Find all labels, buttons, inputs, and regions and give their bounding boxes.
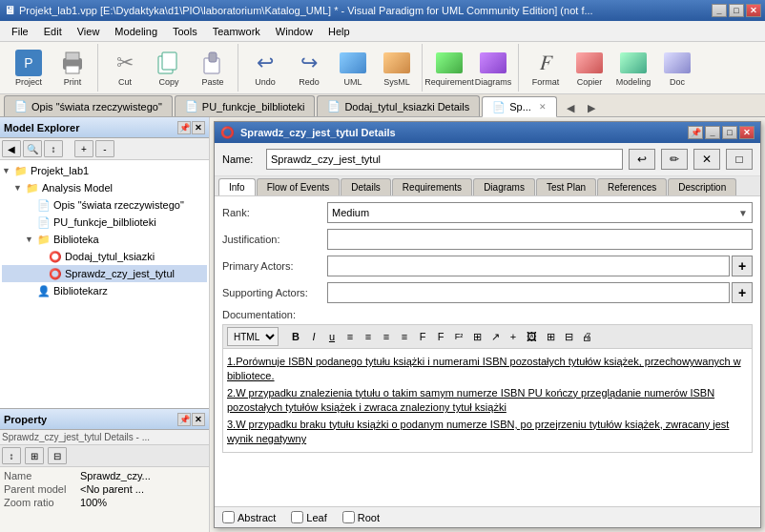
explorer-expand-button[interactable]: +	[74, 140, 93, 157]
doc-editor[interactable]: 1.Porównuje ISBN podanego tytułu książki…	[222, 348, 753, 453]
doc-align-left-button[interactable]: ≡	[342, 330, 358, 343]
explorer-pin-button[interactable]: 📌	[177, 121, 191, 134]
doc-font-button[interactable]: F	[415, 330, 430, 343]
property-pin-button[interactable]: 📌	[177, 413, 191, 426]
menu-help[interactable]: Help	[320, 24, 358, 39]
leaf-checkbox[interactable]	[291, 511, 303, 523]
tree-node-root[interactable]: ▼ 📁 Projekt_lab1	[2, 162, 207, 179]
doc-image-button[interactable]: 🖼	[524, 330, 540, 343]
copier-button[interactable]: Copier	[569, 46, 610, 90]
doc-align-right-button[interactable]: ≡	[379, 330, 394, 343]
name-btn1[interactable]: ↩	[629, 149, 655, 170]
doc-font-size-button[interactable]: F²	[451, 331, 466, 342]
tab-scroll-left[interactable]: ◀	[563, 100, 578, 116]
print-button[interactable]: Print	[52, 46, 93, 90]
doc-align-justify-button[interactable]: ≡	[397, 330, 412, 343]
dtab-info[interactable]: Info	[218, 178, 256, 195]
tree-node-pu[interactable]: 📄 PU_funkcje_bilblioteki	[2, 214, 207, 231]
dtab-diagrams[interactable]: Diagrams	[473, 178, 535, 195]
explorer-search-button[interactable]: 🔍	[23, 140, 42, 157]
requirement-button[interactable]: Requirement	[428, 46, 470, 90]
name-btn3[interactable]: ✕	[693, 149, 720, 170]
tree-node-biblioteka[interactable]: ▼ 📁 Biblioteka	[2, 231, 207, 248]
modeling-button[interactable]: Modeling	[612, 46, 654, 90]
minimize-button[interactable]: _	[712, 4, 727, 17]
close-button[interactable]: ✕	[746, 4, 761, 17]
model-tree[interactable]: ▼ 📁 Projekt_lab1 ▼ 📁 Analysis Model 📄 Op…	[0, 160, 209, 408]
doc-format-select[interactable]: HTML	[227, 327, 279, 346]
tab-sprawdz-close[interactable]: ✕	[539, 102, 547, 112]
copy-button[interactable]: Copy	[148, 46, 190, 90]
paste-button[interactable]: Paste	[192, 46, 234, 90]
menu-file[interactable]: File	[4, 24, 36, 39]
explorer-sort-button[interactable]: ↕	[44, 140, 63, 157]
doc-link-button[interactable]: ↗	[487, 330, 503, 344]
redo-button[interactable]: ↪ Redo	[288, 46, 330, 90]
doc-italic-button[interactable]: I	[306, 330, 321, 343]
cut-button[interactable]: ✂ Cut	[104, 46, 146, 90]
abstract-checkbox[interactable]	[222, 511, 235, 523]
doc-underline-button[interactable]: u	[324, 330, 340, 343]
tree-toggle-root[interactable]: ▼	[2, 166, 13, 175]
primary-actors-input[interactable]	[327, 256, 730, 276]
dtab-description[interactable]: Description	[668, 178, 736, 195]
tree-toggle-biblioteka[interactable]: ▼	[25, 235, 36, 244]
menu-modeling[interactable]: Modeling	[107, 24, 165, 39]
dtab-references[interactable]: References	[597, 178, 667, 195]
prop-btn2[interactable]: ⊞	[25, 447, 44, 464]
prop-btn3[interactable]: ⊟	[48, 447, 67, 464]
dialog-minimize-button[interactable]: _	[705, 126, 720, 139]
undo-button[interactable]: ↩ Undo	[244, 46, 286, 90]
uml-button[interactable]: UML	[332, 46, 374, 90]
justification-input[interactable]	[327, 229, 753, 250]
root-checkbox[interactable]	[342, 511, 355, 523]
doc-remove-button[interactable]: ⊟	[561, 330, 576, 344]
tab-opis[interactable]: 📄 Opis "świata rzeczywistego"	[4, 95, 173, 116]
dtab-details[interactable]: Details	[341, 178, 391, 195]
project-button[interactable]: P Project	[8, 46, 50, 90]
menu-window[interactable]: Window	[268, 24, 320, 39]
tab-sprawdz[interactable]: 📄 Sp... ✕	[482, 96, 557, 117]
name-btn2[interactable]: ✏	[661, 149, 688, 170]
menu-teamwork[interactable]: Teamwork	[205, 24, 268, 39]
supporting-actors-input[interactable]	[327, 282, 730, 303]
supporting-actors-add-button[interactable]: +	[732, 282, 753, 303]
doc-table-button[interactable]: ⊞	[543, 330, 558, 344]
maximize-button[interactable]: □	[729, 4, 744, 17]
format-button[interactable]: 𝐹 Format	[525, 46, 567, 90]
doc-button[interactable]: Doc	[656, 46, 698, 90]
tab-pu-funkcje[interactable]: 📄 PU_funkcje_bilblioteki	[175, 95, 316, 116]
doc-align-center-button[interactable]: ≡	[361, 330, 376, 343]
menu-tools[interactable]: Tools	[165, 24, 205, 39]
name-input[interactable]	[266, 149, 623, 170]
tree-node-analysis[interactable]: ▼ 📁 Analysis Model	[2, 179, 207, 196]
dtab-flow[interactable]: Flow of Events	[257, 178, 341, 195]
tree-toggle-analysis[interactable]: ▼	[13, 183, 25, 193]
dialog-close-button[interactable]: ✕	[739, 126, 755, 139]
explorer-close-button[interactable]: ✕	[192, 121, 205, 134]
dialog-pin-button[interactable]: 📌	[688, 126, 703, 139]
rank-select[interactable]: Medium ▼	[327, 202, 753, 223]
doc-add-button[interactable]: +	[506, 330, 521, 343]
explorer-back-button[interactable]: ◀	[2, 140, 21, 157]
diagrams-button[interactable]: Diagrams	[472, 46, 514, 90]
doc-bold-button[interactable]: B	[288, 330, 303, 343]
sysml-button[interactable]: SysML	[376, 46, 418, 90]
prop-sort-button[interactable]: ↕	[2, 447, 21, 464]
menu-view[interactable]: View	[70, 24, 108, 39]
dtab-testplan[interactable]: Test Plan	[536, 178, 596, 195]
dialog-maximize-button[interactable]: □	[722, 126, 737, 139]
dtab-requirements[interactable]: Requirements	[392, 178, 472, 195]
name-btn4[interactable]: □	[726, 149, 753, 170]
primary-actors-add-button[interactable]: +	[732, 256, 753, 276]
doc-font2-button[interactable]: F	[433, 330, 448, 343]
doc-color-button[interactable]: ⊞	[469, 330, 485, 344]
tab-dodaj[interactable]: 📄 Dodaj_tytul_ksiazki Details	[317, 95, 480, 116]
tree-node-sprawdz[interactable]: ⭕ Sprawdz_czy_jest_tytul	[2, 265, 207, 282]
tree-node-opis[interactable]: 📄 Opis "świata rzeczywistego"	[2, 196, 207, 214]
explorer-collapse-button[interactable]: -	[95, 140, 114, 157]
tree-node-bibliotekarz[interactable]: 👤 Bibliotekarz	[2, 282, 207, 299]
tab-scroll-right[interactable]: ▶	[584, 100, 599, 116]
tree-node-dodaj[interactable]: ⭕ Dodaj_tytul_ksiazki	[2, 248, 207, 265]
property-close-button[interactable]: ✕	[192, 413, 205, 426]
